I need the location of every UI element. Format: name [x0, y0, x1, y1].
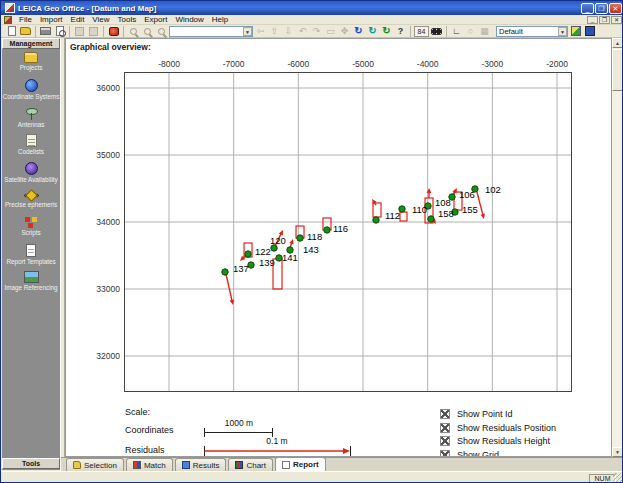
sidebar-item-report-templates[interactable]: Report Templates [2, 243, 60, 270]
y-tick-label: 35000 [74, 150, 120, 160]
combo-dropdown-icon[interactable]: ▼ [243, 27, 252, 36]
zoom-window-icon [155, 25, 168, 37]
select-box-icon: ▭ [324, 25, 337, 37]
edit-style-icon[interactable] [569, 25, 582, 37]
report-icon [282, 461, 290, 469]
process-blue-icon[interactable]: ↻ [352, 25, 365, 37]
book-icon[interactable] [583, 25, 596, 37]
tab-match[interactable]: Match [126, 458, 173, 471]
menu-export[interactable]: Export [140, 15, 171, 25]
point-dot [428, 216, 434, 222]
y-tick-label: 36000 [74, 83, 120, 93]
point-dot [373, 217, 379, 223]
sidebar-item-precise-ephemeris[interactable]: Precise ephemeris [2, 188, 60, 215]
legend-coordinates-label: Coordinates [125, 425, 174, 435]
context-help-icon[interactable]: ? [394, 25, 407, 37]
open-icon[interactable] [19, 25, 32, 37]
point-label: 112 [385, 210, 400, 221]
binoculars-icon[interactable] [430, 25, 443, 37]
tab-results[interactable]: Results [175, 458, 227, 471]
point-label: 137 [233, 263, 249, 274]
sidebar-item-label: Projects [2, 64, 60, 72]
mdi-close-button[interactable]: ✕ [611, 16, 622, 24]
sidebar-item-satellite-availability[interactable]: Satellite Availability [2, 161, 60, 188]
checkbox-icon[interactable] [440, 423, 450, 433]
title-bar[interactable]: LEICA Geo Office - [Datum and Map] _ ❐ ✕ [1, 1, 623, 15]
menu-help[interactable]: Help [208, 15, 232, 25]
option-show-residuals-height[interactable]: Show Residuals Height [440, 436, 550, 446]
coordinate-tool-icon[interactable]: ∟ [450, 25, 463, 37]
management-header-button[interactable]: Management [2, 38, 60, 49]
sidebar-item-codelists[interactable]: Codelists [2, 133, 60, 160]
scroll-up-icon[interactable]: ▲ [612, 38, 623, 48]
process-green-icon[interactable]: ↻ [380, 25, 393, 37]
combo-dropdown-icon[interactable]: ▼ [558, 27, 567, 36]
sidebar-item-label: Scripts [2, 229, 60, 237]
tab-report[interactable]: Report [275, 457, 326, 471]
sidebar-item-scripts[interactable]: Scripts [2, 215, 60, 242]
mdi-minimize-button[interactable]: _ [587, 16, 598, 24]
resize-grip[interactable] [613, 473, 623, 483]
print-preview-icon[interactable] [53, 25, 66, 37]
app-icon [5, 3, 15, 13]
option-show-grid[interactable]: Show Grid [440, 450, 499, 458]
sidebar-item-image-referencing[interactable]: Image Referencing [2, 270, 60, 297]
window-title: LEICA Geo Office - [Datum and Map] [18, 2, 156, 15]
mdi-restore-button[interactable]: ❐ [599, 16, 610, 24]
stop-icon[interactable] [107, 25, 120, 37]
residual-arrow-head [480, 214, 484, 219]
menu-view[interactable]: View [88, 15, 113, 25]
tab-label: Selection [84, 461, 117, 470]
sidebar-item-label: Coordinate Systems [2, 93, 60, 101]
menu-window[interactable]: Window [171, 15, 207, 25]
checkbox-icon[interactable] [440, 450, 450, 458]
redo-icon: ↷ [310, 25, 323, 37]
menu-edit[interactable]: Edit [67, 15, 89, 25]
sidebar-item-label: Satellite Availability [2, 176, 60, 184]
style-combo[interactable]: Default▼ [496, 26, 568, 37]
management-items: ProjectsCoordinate SystemsAntennasCodeli… [2, 51, 60, 298]
y-tick-label: 34000 [74, 217, 120, 227]
point-label: 110 [412, 204, 427, 215]
point-dot [245, 251, 251, 257]
process-teal-icon[interactable]: ↻ [366, 25, 379, 37]
restore-button[interactable]: ❐ [595, 3, 608, 14]
search-combo[interactable]: ▼ [169, 26, 253, 37]
scrollbar-thumb[interactable] [612, 49, 623, 91]
new-icon[interactable] [5, 25, 18, 37]
menu-file[interactable]: File [15, 15, 36, 25]
chart-icon [235, 461, 243, 469]
tools-header-button[interactable]: Tools [2, 458, 60, 469]
sidebar-item-antennas[interactable]: Antennas [2, 106, 60, 133]
point-label: 108 [435, 197, 451, 208]
point-dot [222, 269, 228, 275]
document-icon[interactable] [4, 16, 12, 24]
menu-import[interactable]: Import [36, 15, 67, 25]
tab-selection[interactable]: Selection [66, 458, 124, 471]
point-label: 139 [259, 257, 275, 268]
y-tick-label: 32000 [74, 351, 120, 361]
checkbox-icon[interactable] [440, 409, 450, 419]
grid-tool-icon: ▦ [478, 25, 491, 37]
toolbar-separator [69, 26, 70, 37]
checkbox-icon[interactable] [440, 436, 450, 446]
tab-chart[interactable]: Chart [228, 458, 273, 471]
minimize-button[interactable]: _ [581, 3, 594, 14]
option-show-point-id[interactable]: Show Point Id [440, 409, 513, 419]
view-tabs: SelectionMatchResultsChartReport [61, 457, 623, 471]
print-icon[interactable] [39, 25, 52, 37]
management-panel: Management ProjectsCoordinate SystemsAnt… [2, 38, 60, 470]
vertical-scrollbar[interactable]: ▲ ▼ [612, 38, 623, 457]
scale-value-button[interactable]: 84 [414, 26, 429, 37]
sidebar-item-projects[interactable]: Projects [2, 51, 60, 78]
move-icon: ✥ [338, 25, 351, 37]
sidebar-item-coordinate-systems[interactable]: Coordinate Systems [2, 78, 60, 105]
pan-up-icon: ⇧ [268, 25, 281, 37]
x-tick-label: -3000 [470, 59, 514, 69]
scroll-down-icon[interactable]: ▼ [612, 447, 623, 457]
menu-tools[interactable]: Tools [114, 15, 141, 25]
checkbox-label: Show Residuals Position [457, 423, 556, 433]
close-button[interactable]: ✕ [609, 3, 622, 14]
toolbar-separator [35, 26, 36, 37]
option-show-residuals-position[interactable]: Show Residuals Position [440, 423, 556, 433]
